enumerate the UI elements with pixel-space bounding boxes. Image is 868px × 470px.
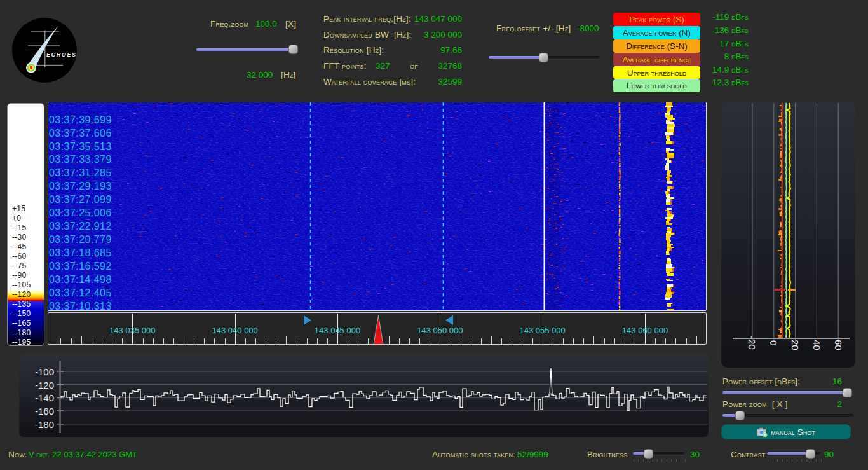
svg-text:ECHOES: ECHOES <box>46 52 77 58</box>
